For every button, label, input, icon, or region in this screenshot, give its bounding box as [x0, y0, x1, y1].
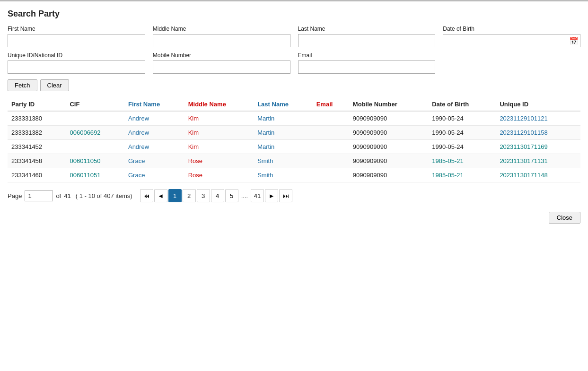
total-pages: 41: [64, 192, 70, 199]
table-row[interactable]: 233341460006011051GraceRoseSmith90909090…: [8, 168, 580, 182]
col-first-name: First Name: [124, 98, 184, 111]
email-group: Email: [298, 52, 436, 74]
table-cell: 9090909090: [349, 168, 428, 182]
first-name-group: First Name: [8, 26, 145, 47]
table-cell: Martin: [254, 140, 313, 154]
table-cell: [313, 154, 349, 168]
calendar-icon[interactable]: 📅: [569, 36, 579, 45]
table-cell: 9090909090: [349, 111, 428, 126]
table-cell: Andrew: [124, 126, 184, 140]
table-row[interactable]: 233331382006006692AndrewKimMartin9090909…: [8, 126, 580, 140]
page-number-input[interactable]: [25, 190, 53, 201]
table-cell: Andrew: [124, 140, 184, 154]
table-row[interactable]: 233331380AndrewKimMartin90909090901990-0…: [8, 111, 580, 126]
page-input-wrap: Page of 41: [8, 190, 71, 201]
table-cell: 20231129101158: [496, 126, 580, 140]
table-cell: Kim: [184, 126, 254, 140]
page-4-button[interactable]: 4: [211, 189, 224, 202]
col-mobile: Mobile Number: [349, 98, 428, 111]
page-5-button[interactable]: 5: [225, 189, 238, 202]
table-cell: 20231130171148: [496, 168, 580, 182]
middle-name-group: Middle Name: [153, 26, 290, 47]
table-cell: 233341452: [8, 140, 66, 154]
table-cell: 1985-05-21: [428, 154, 496, 168]
table-cell: 233331382: [8, 126, 66, 140]
table-cell: 1990-05-24: [428, 111, 496, 126]
unique-id-group: Unique ID/National ID: [8, 52, 145, 74]
table-cell: 006011050: [66, 154, 124, 168]
table-cell: 20231129101121: [496, 111, 580, 126]
clear-button[interactable]: Clear: [40, 79, 69, 91]
table-header-row: Party ID CIF First Name Middle Name Last…: [8, 98, 580, 111]
table-cell: [313, 140, 349, 154]
col-party-id: Party ID: [8, 98, 66, 111]
table-row[interactable]: 233341452AndrewKimMartin90909090901990-0…: [8, 140, 580, 154]
col-unique-id: Unique ID: [496, 98, 580, 111]
table-cell: 9090909090: [349, 140, 428, 154]
page-label: Page: [8, 192, 22, 199]
items-info: ( 1 - 10 of 407 items): [76, 192, 132, 199]
table-cell: 006006692: [66, 126, 124, 140]
close-row: Close: [8, 212, 580, 224]
results-table: Party ID CIF First Name Middle Name Last…: [8, 98, 580, 182]
last-name-input[interactable]: [298, 34, 436, 47]
last-name-label: Last Name: [298, 26, 436, 32]
table-cell: Rose: [184, 154, 254, 168]
table-cell: [66, 111, 124, 126]
fetch-button[interactable]: Fetch: [8, 79, 37, 91]
table-cell: 1990-05-24: [428, 140, 496, 154]
email-input[interactable]: [298, 60, 436, 74]
mobile-group: Mobile Number: [153, 52, 290, 74]
page-1-button[interactable]: 1: [168, 189, 182, 202]
last-name-group: Last Name: [298, 26, 436, 47]
table-cell: Smith: [254, 168, 313, 182]
middle-name-input[interactable]: [153, 34, 290, 47]
table-cell: 9090909090: [349, 126, 428, 140]
table-cell: Grace: [124, 154, 184, 168]
table-cell: Andrew: [124, 111, 184, 126]
close-button[interactable]: Close: [549, 212, 580, 224]
middle-name-label: Middle Name: [153, 26, 290, 32]
unique-id-label: Unique ID/National ID: [8, 52, 145, 59]
col-last-name: Last Name: [254, 98, 313, 111]
page-2-button[interactable]: 2: [183, 189, 196, 202]
dob-group: Date of Birth 📅: [443, 26, 580, 47]
page-title: Search Party: [8, 9, 580, 19]
mobile-input[interactable]: [153, 60, 290, 74]
table-cell: 1990-05-24: [428, 126, 496, 140]
table-cell: Grace: [124, 168, 184, 182]
table-cell: [313, 111, 349, 126]
first-name-input[interactable]: [8, 34, 145, 47]
pagination-bar: Page of 41 ( 1 - 10 of 407 items) ⏮ ◄ 1 …: [8, 189, 580, 202]
first-page-button[interactable]: ⏮: [140, 189, 153, 202]
dob-input[interactable]: [443, 34, 580, 47]
next-page-button[interactable]: ►: [265, 189, 278, 202]
table-cell: Martin: [254, 111, 313, 126]
col-middle-name: Middle Name: [184, 98, 254, 111]
mobile-label: Mobile Number: [153, 52, 290, 59]
col-cif: CIF: [66, 98, 124, 111]
last-page-button[interactable]: ⏭: [279, 189, 292, 202]
table-cell: 233331380: [8, 111, 66, 126]
table-cell: [313, 126, 349, 140]
unique-id-input[interactable]: [8, 60, 145, 74]
placeholder-group: [443, 52, 580, 74]
ellipsis: ....: [239, 192, 250, 199]
table-cell: 20231130171131: [496, 154, 580, 168]
table-cell: 233341458: [8, 154, 66, 168]
col-email: Email: [313, 98, 349, 111]
table-cell: [313, 168, 349, 182]
page-41-button[interactable]: 41: [251, 189, 264, 202]
table-cell: Kim: [184, 111, 254, 126]
page-3-button[interactable]: 3: [197, 189, 210, 202]
col-dob: Date of Birth: [428, 98, 496, 111]
table-cell: 233341460: [8, 168, 66, 182]
dob-label: Date of Birth: [443, 26, 580, 32]
prev-page-button[interactable]: ◄: [154, 189, 167, 202]
table-cell: Martin: [254, 126, 313, 140]
table-row[interactable]: 233341458006011050GraceRoseSmith90909090…: [8, 154, 580, 168]
table-cell: 9090909090: [349, 154, 428, 168]
table-cell: Rose: [184, 168, 254, 182]
table-cell: 006011051: [66, 168, 124, 182]
table-cell: Kim: [184, 140, 254, 154]
